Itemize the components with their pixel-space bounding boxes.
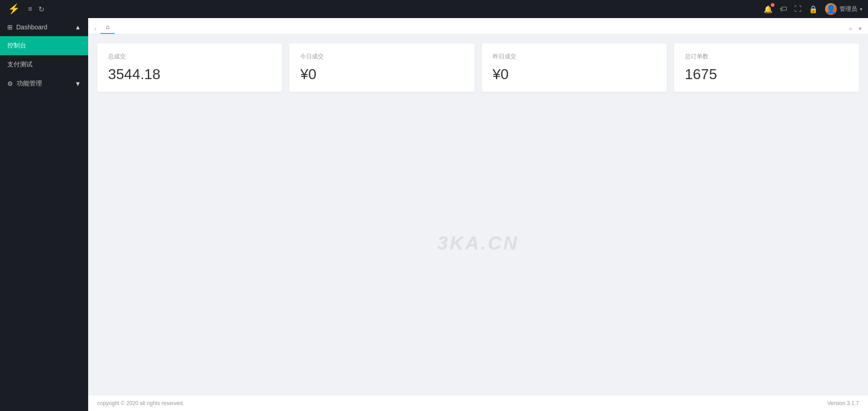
stat-value-today-revenue: ¥0: [300, 66, 463, 83]
chevron-down-icon: ▼: [75, 80, 81, 87]
tab-home[interactable]: ⌂: [100, 20, 115, 34]
header-left: ⚡ ≡ ↻: [5, 1, 44, 17]
watermark-area: 3KA.CN: [97, 101, 859, 386]
main-layout: ⊞ Dashboard ▲ 控制台 支付测试 ⚙ 功能管理 ▼: [0, 18, 868, 411]
tag-icon[interactable]: 🏷: [780, 5, 787, 13]
sidebar: ⊞ Dashboard ▲ 控制台 支付测试 ⚙ 功能管理 ▼: [0, 18, 88, 411]
tab-expand-button[interactable]: ▾: [856, 23, 864, 34]
stat-label-total-revenue: 总成交: [108, 52, 271, 61]
menu-toggle-button[interactable]: ≡: [28, 5, 32, 13]
user-name-label: 管理员: [840, 5, 857, 13]
sidebar-feature-label: 功能管理: [17, 80, 42, 88]
stat-card-today-revenue: 今日成交 ¥0: [289, 43, 474, 92]
stat-value-total-revenue: 3544.18: [108, 66, 271, 83]
footer: copyright © 2020 all rights reserved. Ve…: [88, 395, 868, 411]
sidebar-payment-label: 支付测试: [7, 61, 33, 69]
main-content: 总成交 3544.18 今日成交 ¥0 昨日成交 ¥0 总订单数 1675: [88, 34, 868, 395]
sidebar-item-feature-management[interactable]: ⚙ 功能管理 ▼: [0, 74, 88, 93]
stat-card-yesterday-revenue: 昨日成交 ¥0: [482, 43, 667, 92]
stat-card-total-orders: 总订单数 1675: [674, 43, 859, 92]
dashboard-icon: ⊞: [7, 24, 13, 31]
refresh-button[interactable]: ↻: [38, 5, 44, 14]
logo-area: ⚡: [5, 1, 22, 17]
stat-label-total-orders: 总订单数: [685, 52, 848, 61]
sidebar-item-console[interactable]: 控制台: [0, 36, 88, 55]
chevron-up-icon: ▲: [75, 24, 81, 31]
logo-icon: ⚡: [8, 3, 20, 15]
stat-value-total-orders: 1675: [685, 66, 848, 83]
stat-card-total-revenue: 总成交 3544.18: [97, 43, 282, 92]
home-icon: ⌂: [106, 23, 109, 30]
sidebar-console-label: 控制台: [7, 42, 26, 50]
notification-icon[interactable]: 🔔: [764, 5, 773, 14]
avatar-emoji: 👤: [826, 3, 836, 15]
lock-icon[interactable]: 🔒: [809, 5, 818, 14]
sidebar-item-dashboard[interactable]: ⊞ Dashboard ▲: [0, 18, 88, 36]
copyright-text: copyright © 2020 all rights reserved.: [97, 400, 184, 406]
notification-badge: [771, 3, 774, 7]
watermark-text: 3KA.CN: [437, 232, 519, 254]
stat-value-yesterday-revenue: ¥0: [493, 66, 656, 83]
stat-label-yesterday-revenue: 昨日成交: [493, 52, 656, 61]
tab-back-button[interactable]: ‹: [92, 23, 99, 34]
stat-label-today-revenue: 今日成交: [300, 52, 463, 61]
tab-forward-button[interactable]: »: [846, 23, 855, 34]
tab-bar: ‹ ⌂ » ▾: [88, 18, 868, 34]
gear-icon: ⚙: [7, 80, 13, 87]
chevron-down-icon: ▾: [860, 6, 863, 12]
sidebar-item-payment[interactable]: 支付测试: [0, 55, 88, 74]
user-menu[interactable]: 👤 管理员 ▾: [825, 3, 863, 15]
stats-row: 总成交 3544.18 今日成交 ¥0 昨日成交 ¥0 总订单数 1675: [97, 43, 859, 92]
content-area: ‹ ⌂ » ▾ 总成交 3544.18 今日成交 ¥0 昨日成: [88, 18, 868, 411]
sidebar-dashboard-label: Dashboard: [16, 24, 47, 31]
avatar: 👤: [825, 3, 837, 15]
version-text: Version 3.1.7: [827, 400, 859, 406]
top-header: ⚡ ≡ ↻ 🔔 🏷 ⛶ 🔒 👤 管理员 ▾: [0, 0, 868, 18]
expand-icon[interactable]: ⛶: [794, 5, 802, 13]
header-right: 🔔 🏷 ⛶ 🔒 👤 管理员 ▾: [764, 3, 863, 15]
